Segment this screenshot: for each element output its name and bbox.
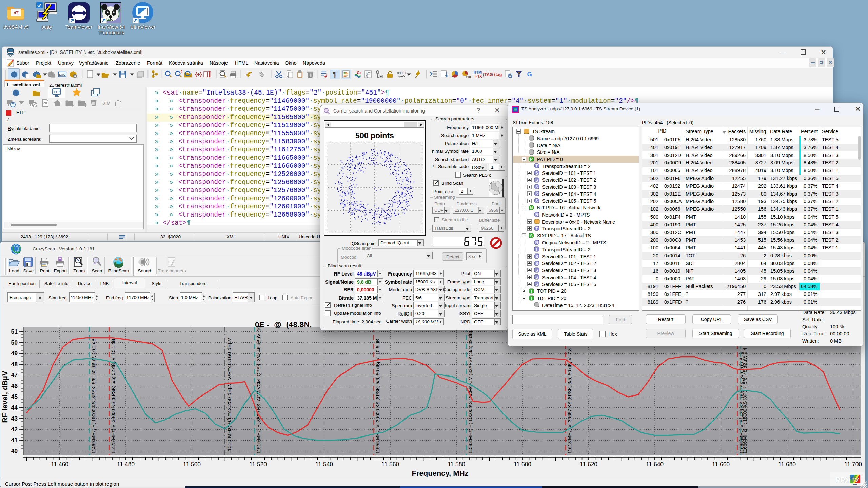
svg-text:⟨TAG: ⟨TAG xyxy=(483,72,493,77)
svg-text:0E - @ (48.8N,: 0E - @ (48.8N, xyxy=(255,320,312,329)
svg-text:11510 MHz; H/L=42.250 dBµV;: 11510 MHz; H/L=42.250 dBµV; V/R=46.160 d… xyxy=(226,338,232,454)
svg-text:46: 46 xyxy=(11,383,18,389)
svg-text:S: S xyxy=(535,178,538,183)
svg-text:11 580: 11 580 xyxy=(448,461,465,468)
svg-text:11 640: 11 640 xyxy=(646,461,664,468)
svg-text:11475 MHz; V; 30000 KS ;8PSK;: 11475 MHz; V; 30000 KS ;8PSK; 5/6; 52 dB… xyxy=(111,339,116,454)
svg-text:48: 48 xyxy=(11,361,18,368)
svg-text:11 660: 11 660 xyxy=(712,461,730,468)
svg-text:a|e: a|e xyxy=(102,100,110,106)
svg-text:43: 43 xyxy=(11,415,18,422)
svg-text:SPELL: SPELL xyxy=(397,71,406,75)
svg-text:C++: C++ xyxy=(357,70,362,75)
svg-text:↳TXT: ↳TXT xyxy=(474,74,482,78)
svg-text:Frequency, MHz: Frequency, MHz xyxy=(412,469,468,477)
svg-text:2: 2 xyxy=(180,70,182,74)
svg-text:47: 47 xyxy=(11,372,18,379)
svg-text:3: 3 xyxy=(366,76,368,79)
svg-text:⟨tag: ⟨tag xyxy=(494,72,502,77)
svg-text:G: G xyxy=(527,70,532,78)
svg-text:LOG: LOG xyxy=(59,73,65,76)
svg-text:S: S xyxy=(535,282,538,287)
svg-text:dT: dT xyxy=(14,11,19,15)
svg-text:50: 50 xyxy=(11,339,18,346)
svg-text:N: N xyxy=(535,212,538,217)
svg-text:S: S xyxy=(530,233,533,238)
svg-text:TV: TV xyxy=(851,477,859,483)
svg-text:T: T xyxy=(530,289,533,294)
svg-text:{+}: {+} xyxy=(195,72,202,77)
svg-text:S: S xyxy=(535,185,538,189)
svg-text:11 620: 11 620 xyxy=(580,461,597,468)
svg-text:S: S xyxy=(535,191,538,196)
svg-text:S: S xyxy=(535,171,538,176)
svg-text:11 560: 11 560 xyxy=(381,461,399,468)
svg-text:N: N xyxy=(535,240,538,245)
svg-text:41: 41 xyxy=(11,437,18,444)
svg-text:¶: ¶ xyxy=(333,70,337,78)
svg-text:11 700: 11 700 xyxy=(844,461,862,468)
svg-text:11 680: 11 680 xyxy=(778,461,796,468)
svg-text:#10: #10 xyxy=(466,75,471,79)
svg-text:45: 45 xyxy=(11,393,18,400)
svg-text:42: 42 xyxy=(11,426,18,433)
svg-text:49: 49 xyxy=(11,350,18,357)
svg-text:40: 40 xyxy=(11,448,18,454)
svg-text:T: T xyxy=(535,247,538,252)
svg-text:N: N xyxy=(530,206,533,210)
svg-text:11519 MHz; H; 3809 KS ;ACM/VCM: 11519 MHz; H; 3809 KS ;ACM/VCM ;QPSK; 3/… xyxy=(256,326,261,454)
svg-text:P: P xyxy=(530,157,533,162)
svg-text:S: S xyxy=(535,275,538,280)
svg-text:HTML: HTML xyxy=(474,70,482,74)
svg-text:T: T xyxy=(535,226,538,231)
svg-text:S: S xyxy=(535,261,538,266)
svg-text:11666 MHz; H; 15000 KS ;8PSK;: 11666 MHz; H; 15000 KS ;8PSK; 5/6; 48 dB… xyxy=(743,348,748,454)
svg-text:S: S xyxy=(535,254,538,259)
svg-text:11 540: 11 540 xyxy=(315,461,333,468)
svg-text:11 480: 11 480 xyxy=(117,461,135,468)
svg-text:FTP: FTP xyxy=(54,90,60,94)
svg-text:11555 MHz; V; 30000 KS ;8PSK;: 11555 MHz; V; 30000 KS ;8PSK; 5/6; 50 dB… xyxy=(375,339,380,454)
svg-text:S: S xyxy=(535,268,538,273)
svg-text:51: 51 xyxy=(11,328,18,335)
svg-text:S: S xyxy=(535,199,538,203)
svg-text:11 520: 11 520 xyxy=(249,461,267,468)
svg-text:T: T xyxy=(535,164,538,168)
svg-text:11 500: 11 500 xyxy=(183,461,201,468)
svg-text:11 460: 11 460 xyxy=(51,461,68,468)
svg-text:RF level, dBµV: RF level, dBµV xyxy=(1,371,9,423)
svg-text:11469 MHz; H; 19000 KS ;8PSK;: 11469 MHz; H; 19000 KS ;8PSK; 5/6; 50 dB… xyxy=(91,338,96,454)
svg-text:11 600: 11 600 xyxy=(514,461,531,468)
svg-text:11583 MHz; H; 10000 KS ;ACM/VC: 11583 MHz; H; 10000 KS ;ACM/VCM ;32APSK;… xyxy=(468,326,473,454)
svg-text:T: T xyxy=(518,71,520,75)
svg-text:44: 44 xyxy=(11,404,18,411)
svg-text:T: T xyxy=(530,296,533,301)
